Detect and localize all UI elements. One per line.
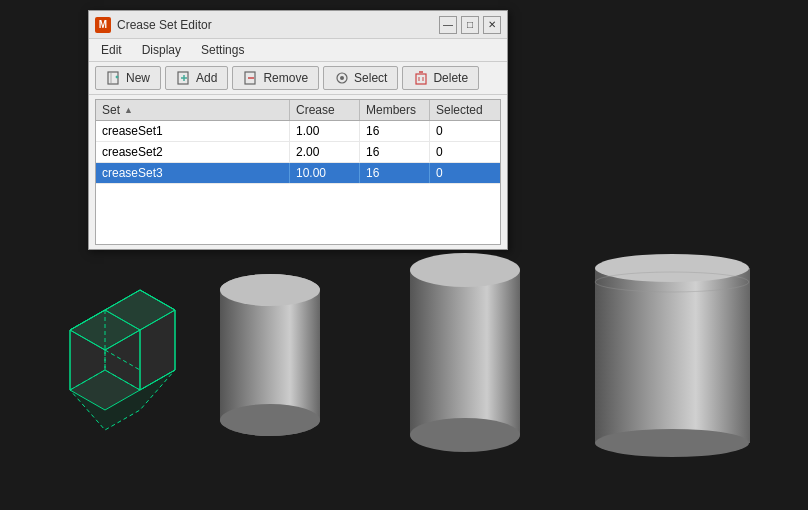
delete-icon xyxy=(413,70,429,86)
cell-crease: 2.00 xyxy=(290,142,360,162)
table-row[interactable]: creaseSet1 1.00 16 0 xyxy=(96,121,500,142)
cell-members: 16 xyxy=(360,163,430,183)
toolbar: New Add Remove Select Delete xyxy=(89,62,507,95)
svg-point-43 xyxy=(410,253,520,287)
window-title: Crease Set Editor xyxy=(117,18,212,32)
crease-set-table: Set ▲ Crease Members Selected creaseSet1… xyxy=(95,99,501,245)
svg-rect-42 xyxy=(410,270,520,435)
new-button[interactable]: New xyxy=(95,66,161,90)
cell-crease: 1.00 xyxy=(290,121,360,141)
col-members: Members xyxy=(360,100,430,120)
svg-point-44 xyxy=(410,418,520,452)
add-button[interactable]: Add xyxy=(165,66,228,90)
cylinder-1 xyxy=(220,274,320,436)
title-bar-left: M Crease Set Editor xyxy=(95,17,212,33)
title-bar: M Crease Set Editor — □ ✕ xyxy=(89,11,507,39)
select-label: Select xyxy=(354,71,387,85)
col-selected: Selected xyxy=(430,100,500,120)
select-icon xyxy=(334,70,350,86)
cell-selected: 0 xyxy=(430,121,500,141)
col-set: Set ▲ xyxy=(96,100,290,120)
delete-button[interactable]: Delete xyxy=(402,66,479,90)
add-label: Add xyxy=(196,71,217,85)
cylinder-2 xyxy=(410,253,520,452)
select-button[interactable]: Select xyxy=(323,66,398,90)
svg-rect-45 xyxy=(595,268,750,443)
cylinder-3 xyxy=(595,254,750,457)
svg-point-40 xyxy=(220,274,320,306)
svg-point-47 xyxy=(595,429,749,457)
menu-bar: Edit Display Settings xyxy=(89,39,507,62)
table-header: Set ▲ Crease Members Selected xyxy=(96,100,500,121)
svg-point-41 xyxy=(220,404,320,436)
table-empty-area xyxy=(96,184,500,244)
cell-crease: 10.00 xyxy=(290,163,360,183)
col-crease: Crease xyxy=(290,100,360,120)
cell-selected: 0 xyxy=(430,142,500,162)
cell-set: creaseSet1 xyxy=(96,121,290,141)
sort-arrow-icon: ▲ xyxy=(124,105,133,115)
svg-point-46 xyxy=(595,254,749,282)
cell-members: 16 xyxy=(360,142,430,162)
table-row[interactable]: creaseSet2 2.00 16 0 xyxy=(96,142,500,163)
wireframe-shape xyxy=(70,290,175,430)
menu-edit[interactable]: Edit xyxy=(93,41,130,59)
cell-members: 16 xyxy=(360,121,430,141)
add-icon xyxy=(176,70,192,86)
delete-label: Delete xyxy=(433,71,468,85)
menu-display[interactable]: Display xyxy=(134,41,189,59)
new-icon xyxy=(106,70,122,86)
remove-icon xyxy=(243,70,259,86)
remove-button[interactable]: Remove xyxy=(232,66,319,90)
svg-point-10 xyxy=(340,76,344,80)
svg-rect-39 xyxy=(220,290,320,420)
minimize-button[interactable]: — xyxy=(439,16,457,34)
cell-set: creaseSet2 xyxy=(96,142,290,162)
table-row-selected[interactable]: creaseSet3 10.00 16 0 xyxy=(96,163,500,184)
remove-label: Remove xyxy=(263,71,308,85)
menu-settings[interactable]: Settings xyxy=(193,41,252,59)
app-icon: M xyxy=(95,17,111,33)
close-button[interactable]: ✕ xyxy=(483,16,501,34)
cell-set: creaseSet3 xyxy=(96,163,290,183)
new-label: New xyxy=(126,71,150,85)
viewport-3d xyxy=(0,250,808,510)
svg-rect-11 xyxy=(416,74,426,84)
maximize-button[interactable]: □ xyxy=(461,16,479,34)
cell-selected: 0 xyxy=(430,163,500,183)
window-controls: — □ ✕ xyxy=(439,16,501,34)
crease-set-editor-window: M Crease Set Editor — □ ✕ Edit Display S… xyxy=(88,10,508,250)
